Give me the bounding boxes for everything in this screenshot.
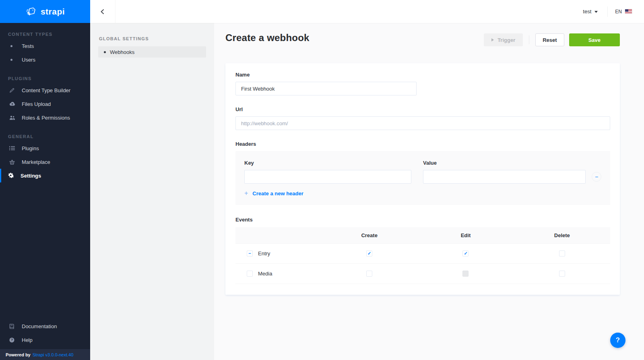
row-label: Entry [258, 250, 270, 257]
header-value-group: Value [423, 160, 586, 184]
page-title: Create a webhook [225, 32, 310, 43]
gear-icon [8, 173, 17, 178]
webhook-form-card: Name Url Headers Key [225, 63, 620, 295]
section-title: GENERAL [0, 128, 90, 141]
settings-subnav: GLOBAL SETTINGS Webhooks [90, 23, 214, 360]
main-content: Create a webhook Trigger Reset Save Name [214, 23, 644, 360]
media-create-checkbox[interactable] [366, 271, 372, 277]
cloud-upload-icon [9, 101, 18, 106]
locale-label: EN [615, 9, 622, 14]
column-header-create: Create [321, 232, 417, 238]
media-edit-checkbox [462, 271, 469, 277]
locale-switcher[interactable]: EN [615, 9, 632, 14]
chevron-left-icon [99, 8, 106, 15]
sidebar-section-general: GENERAL Plugins Marketplace [0, 128, 90, 182]
sidebar-footer: Documentation ? Help [0, 319, 90, 349]
reset-button[interactable]: Reset [535, 33, 564, 46]
back-button[interactable] [90, 0, 116, 23]
subnav-title: GLOBAL SETTINGS [98, 36, 206, 41]
header-key-group: Key [244, 160, 411, 184]
sidebar-item-help[interactable]: ? Help [0, 333, 90, 347]
user-menu-label: test [583, 8, 591, 14]
powered-by-prefix: Powered by [6, 352, 31, 357]
minus-icon: − [595, 174, 598, 180]
app-window: strapi CONTENT TYPES Tests Users PLUGINS [0, 0, 644, 360]
remove-header-button[interactable]: − [592, 172, 601, 182]
topbar: test EN [90, 0, 644, 23]
sidebar-item-files-upload[interactable]: Files Upload [0, 97, 90, 111]
column-header-edit: Edit [417, 232, 514, 238]
play-icon [491, 38, 494, 41]
book-icon [9, 324, 18, 329]
row-label: Media [258, 271, 272, 277]
bullet-icon [9, 45, 18, 47]
sidebar: strapi CONTENT TYPES Tests Users PLUGINS [0, 0, 90, 360]
events-table-header: Create Edit Delete [235, 227, 610, 244]
us-flag-icon [625, 9, 632, 14]
caret-down-icon [594, 11, 598, 13]
sidebar-item-content-type-builder[interactable]: Content Type Builder [0, 83, 90, 97]
sidebar-item-settings[interactable]: Settings [0, 169, 90, 182]
name-field-group: Name [235, 72, 610, 95]
svg-text:?: ? [11, 338, 13, 342]
strapi-logo[interactable]: strapi [0, 0, 90, 23]
pencil-icon [9, 87, 18, 93]
table-row-entry: Entry [235, 244, 610, 264]
events-table: Create Edit Delete Entry [235, 227, 610, 284]
header-value-input[interactable] [423, 170, 586, 184]
question-circle-icon: ? [9, 337, 18, 343]
entry-create-checkbox[interactable] [366, 250, 372, 257]
sidebar-item-marketplace[interactable]: Marketplace [0, 155, 90, 169]
topbar-divider [607, 6, 608, 17]
bullet-icon [104, 51, 106, 53]
section-title: CONTENT TYPES [0, 26, 90, 39]
plus-icon: + [244, 190, 248, 197]
sidebar-item-roles-permissions[interactable]: Roles & Permissions [0, 111, 90, 124]
sidebar-item-tests[interactable]: Tests [0, 39, 90, 53]
powered-by-bar: Powered by Strapi v3.0.0-next.40 [0, 349, 90, 360]
table-row-media: Media [235, 264, 610, 284]
add-header-link[interactable]: + Create a new header [244, 190, 303, 197]
name-input[interactable] [235, 82, 417, 95]
media-delete-checkbox[interactable] [559, 271, 565, 277]
list-icon [9, 146, 18, 151]
sidebar-item-users[interactable]: Users [0, 53, 90, 66]
sidebar-item-plugins[interactable]: Plugins [0, 141, 90, 155]
strapi-logo-text: strapi [41, 7, 65, 17]
sidebar-menu: CONTENT TYPES Tests Users PLUGINS Cont [0, 23, 90, 319]
column-header-delete: Delete [514, 232, 610, 238]
name-label: Name [235, 72, 610, 78]
bullet-icon [9, 59, 18, 61]
header-key-input[interactable] [244, 170, 411, 184]
strapi-rocket-icon [25, 6, 37, 17]
trigger-button[interactable]: Trigger [484, 33, 523, 46]
headers-label: Headers [235, 141, 610, 147]
sidebar-section-content-types: CONTENT TYPES Tests Users [0, 26, 90, 66]
media-row-checkbox[interactable] [247, 271, 253, 277]
strapi-version-link[interactable]: Strapi v3.0.0-next.40 [33, 352, 74, 357]
header-key-label: Key [244, 160, 411, 166]
section-title: PLUGINS [0, 70, 90, 83]
events-label: Events [235, 217, 610, 223]
entry-delete-checkbox[interactable] [559, 250, 565, 257]
events-field-group: Events Create Edit Delete [235, 217, 610, 284]
entry-edit-checkbox[interactable] [462, 250, 469, 257]
url-label: Url [235, 106, 610, 112]
headers-panel: Key Value − [235, 151, 610, 205]
users-icon [9, 115, 18, 120]
sidebar-item-documentation[interactable]: Documentation [0, 319, 90, 333]
basket-icon [9, 159, 18, 165]
entry-row-checkbox[interactable] [247, 250, 253, 257]
subnav-item-webhooks[interactable]: Webhooks [98, 46, 206, 58]
headers-field-group: Headers Key Value [235, 141, 610, 205]
save-button[interactable]: Save [569, 33, 620, 46]
user-menu[interactable]: test [580, 8, 600, 14]
sidebar-section-plugins: PLUGINS Content Type Builder Files Uploa… [0, 70, 90, 124]
url-field-group: Url [235, 106, 610, 130]
url-input[interactable] [235, 116, 610, 130]
actions-divider [529, 35, 529, 44]
header-value-label: Value [423, 160, 586, 166]
help-button[interactable]: ? [610, 333, 625, 348]
page-actions: Trigger Reset Save [484, 33, 620, 46]
